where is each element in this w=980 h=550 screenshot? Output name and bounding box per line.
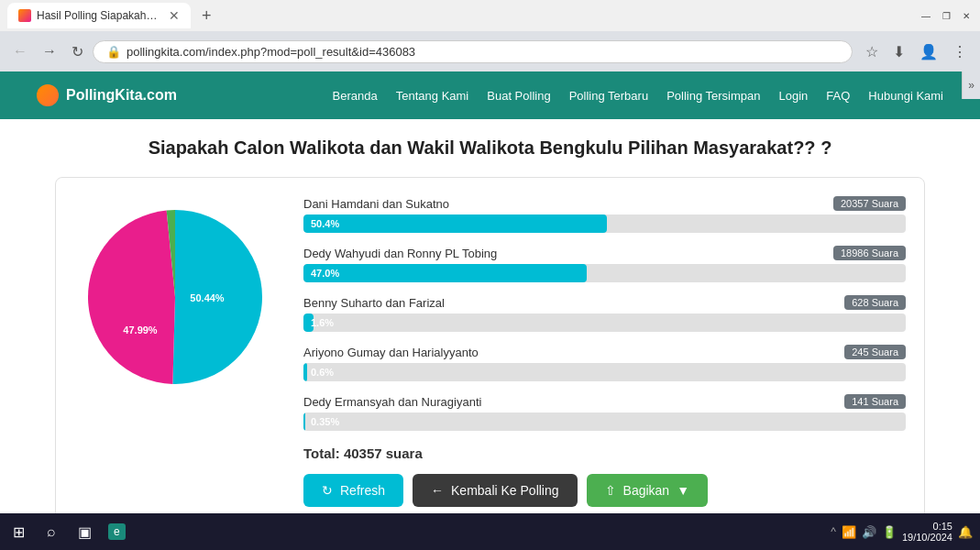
taskbar-right: ^ 📶 🔊 🔋 0:15 19/10/2024 🔔 [831, 521, 973, 543]
battery-icon: 🔋 [882, 525, 897, 539]
votes-badge: 20357 Suara [833, 196, 906, 211]
results-list: Dani Hamdani dan Sukatno20357 Suara50.4%… [303, 196, 906, 431]
candidate-name: Dani Hamdani dan Sukatno [303, 197, 449, 211]
back-icon: ← [431, 483, 444, 498]
candidate-name: Benny Suharto dan Farizal [303, 296, 445, 310]
volume-icon: 🔊 [862, 525, 876, 539]
tab-favicon [18, 9, 31, 22]
refresh-button[interactable]: ↻ Refresh [303, 474, 403, 507]
nav-link-beranda[interactable]: Beranda [333, 89, 378, 103]
new-tab-button[interactable]: + [194, 5, 219, 28]
percent-label: 0.35% [311, 416, 339, 427]
pie-chart: 50.44% 47.99% [74, 196, 276, 398]
progress-bar-fill [303, 214, 607, 233]
minimize-button[interactable]: — [919, 9, 932, 22]
site-logo: PollingKita.com [37, 84, 177, 106]
share-icon: ⇧ [605, 483, 616, 498]
result-item: Benny Suharto dan Farizal628 Suara1.6% [303, 295, 906, 332]
restore-button[interactable]: ❐ [940, 9, 952, 22]
nav-link-login[interactable]: Login [779, 89, 809, 103]
result-item: Ariyono Gumay dan Harialyyanto245 Suara0… [303, 345, 906, 381]
percent-label: 50.4% [311, 218, 339, 229]
reload-button[interactable]: ↻ [66, 39, 89, 64]
notification-button[interactable]: 🔔 [958, 525, 973, 539]
nav-icons: ☆ ⬇ 👤 ⋮ [860, 39, 973, 64]
results-container: Dani Hamdani dan Sukatno20357 Suara50.4%… [303, 196, 906, 549]
share-dropdown-icon: ▼ [677, 483, 689, 498]
profile-button[interactable]: 👤 [914, 39, 943, 64]
network-icon: 📶 [842, 525, 856, 539]
search-taskbar[interactable]: ⌕ [41, 520, 61, 544]
total-text: Total: 40357 suara [303, 446, 906, 461]
nav-links: BerandaTentang KamiBuat PollingPolling T… [333, 89, 943, 103]
menu-button[interactable]: ⋮ [947, 39, 973, 64]
back-to-poll-button[interactable]: ← Kembali Ke Polling [413, 474, 578, 507]
nav-link-tentang-kami[interactable]: Tentang Kami [396, 89, 469, 103]
forward-button[interactable]: → [37, 39, 62, 63]
svg-text:47.99%: 47.99% [123, 324, 158, 336]
taskbar-left: ⊞ ⌕ ▣ e [7, 520, 126, 544]
site-nav: PollingKita.com BerandaTentang KamiBuat … [0, 72, 980, 119]
taskbar: ⊞ ⌕ ▣ e ^ 📶 🔊 🔋 0:15 19/10/2024 🔔 [0, 513, 980, 550]
close-button[interactable]: ✕ [960, 9, 973, 22]
taskview-button[interactable]: ▣ [72, 520, 97, 544]
percent-label: 47.0% [311, 268, 339, 279]
result-item: Dedy Wahyudi dan Ronny PL Tobing18986 Su… [303, 246, 906, 282]
browser-taskbar-icon[interactable]: e [108, 523, 126, 540]
browser-chrome: Hasil Polling Siapakah Calon W... ✕ + — … [0, 0, 980, 72]
nav-link-polling-tersimpan[interactable]: Polling Tersimpan [666, 89, 760, 103]
candidate-name: Dedy Ermansyah dan Nuragiyanti [303, 395, 481, 409]
progress-bar-bg: 50.4% [303, 214, 906, 233]
poll-title: Siapakah Calon Walikota dan Wakil Waliko… [55, 138, 925, 159]
progress-bar-bg: 47.0% [303, 264, 906, 282]
address-bar[interactable]: 🔒 pollingkita.com/index.php?mod=poll_res… [93, 40, 853, 63]
main-content: Siapakah Calon Walikota dan Wakil Waliko… [0, 119, 980, 549]
candidate-name: Dedy Wahyudi dan Ronny PL Tobing [303, 247, 497, 260]
percent-label: 1.6% [311, 317, 334, 328]
refresh-label: Refresh [340, 483, 385, 498]
progress-bar-bg: 0.35% [303, 412, 906, 431]
votes-badge: 18986 Suara [833, 246, 906, 260]
back-button[interactable]: ← [7, 39, 33, 63]
system-tray: ^ 📶 🔊 🔋 0:15 19/10/2024 🔔 [831, 521, 973, 543]
tab-close-button[interactable]: ✕ [169, 8, 180, 23]
bookmark-button[interactable]: ☆ [860, 39, 884, 64]
tray-time-display: 0:15 [902, 521, 952, 532]
votes-badge: 628 Suara [844, 295, 906, 310]
candidate-name: Ariyono Gumay dan Harialyyanto [303, 346, 479, 359]
nav-link-faq[interactable]: FAQ [826, 89, 850, 103]
nav-bar: ← → ↻ 🔒 pollingkita.com/index.php?mod=po… [0, 31, 980, 72]
share-button[interactable]: ⇧ Bagikan ▼ [587, 474, 708, 507]
progress-bar-bg: 0.6% [303, 363, 906, 381]
poll-container: 50.44% 47.99% Dani Hamdani dan Sukatno20… [55, 177, 925, 549]
back-label: Kembali Ke Polling [451, 483, 559, 498]
votes-badge: 245 Suara [844, 345, 906, 359]
sidebar-toggle[interactable]: » [962, 72, 980, 99]
tray-date-display: 19/10/2024 [902, 532, 952, 543]
votes-badge: 141 Suara [844, 394, 906, 409]
progress-bar-bg: 1.6% [303, 314, 906, 332]
start-button[interactable]: ⊞ [7, 520, 30, 544]
window-controls: — ❐ ✕ [919, 9, 973, 22]
refresh-icon: ↻ [322, 483, 333, 498]
nav-link-buat-polling[interactable]: Buat Polling [487, 89, 550, 103]
logo-icon [37, 84, 59, 106]
result-item: Dedy Ermansyah dan Nuragiyanti141 Suara0… [303, 394, 906, 431]
progress-bar-fill [303, 412, 305, 431]
page-content: PollingKita.com BerandaTentang KamiBuat … [0, 72, 980, 549]
address-text: pollingkita.com/index.php?mod=poll_resul… [127, 45, 415, 59]
progress-bar-fill [303, 363, 307, 381]
svg-text:50.44%: 50.44% [190, 292, 225, 303]
nav-link-polling-terbaru[interactable]: Polling Terbaru [569, 89, 648, 103]
nav-link-hubungi-kami[interactable]: Hubungi Kami [868, 89, 943, 103]
progress-bar-fill [303, 264, 587, 282]
title-bar: Hasil Polling Siapakah Calon W... ✕ + — … [0, 0, 980, 31]
share-label: Bagikan [623, 483, 670, 498]
percent-label: 0.6% [311, 367, 334, 378]
browser-tab[interactable]: Hasil Polling Siapakah Calon W... ✕ [7, 3, 191, 28]
logo-text: PollingKita.com [66, 87, 177, 104]
result-item: Dani Hamdani dan Sukatno20357 Suara50.4% [303, 196, 906, 233]
tray-expand[interactable]: ^ [831, 525, 836, 538]
tab-title: Hasil Polling Siapakah Calon W... [37, 9, 160, 22]
download-button[interactable]: ⬇ [887, 39, 910, 64]
